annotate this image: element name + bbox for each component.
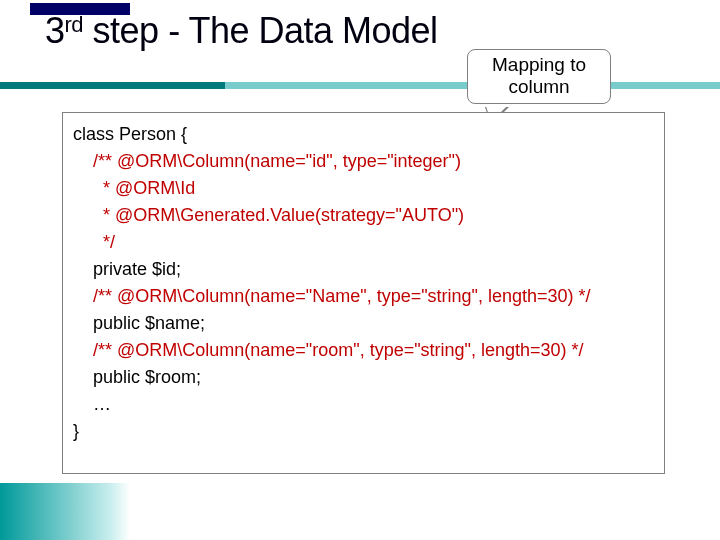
code-line: */: [73, 229, 654, 256]
title-prefix: 3: [45, 10, 65, 51]
slide: 3rd step - The Data Model Mapping to col…: [0, 0, 720, 540]
code-line: * @ORM\Generated.Value(strategy="AUTO"): [73, 202, 654, 229]
callout-line2: column: [474, 76, 604, 98]
title-rest: step - The Data Model: [83, 10, 438, 51]
code-line: public $room;: [73, 364, 654, 391]
footer-gradient: [0, 483, 130, 540]
code-line: public $name;: [73, 310, 654, 337]
title-super: rd: [65, 12, 84, 37]
code-line: /** @ORM\Column(name="id", type="integer…: [73, 148, 654, 175]
callout-line1: Mapping to: [474, 54, 604, 76]
slide-title: 3rd step - The Data Model: [45, 10, 438, 52]
code-line: /** @ORM\Column(name="room", type="strin…: [73, 337, 654, 364]
code-line: }: [73, 418, 654, 445]
code-line: /** @ORM\Column(name="Name", type="strin…: [73, 283, 654, 310]
code-line: …: [73, 391, 654, 418]
code-line: * @ORM\Id: [73, 175, 654, 202]
code-line: private $id;: [73, 256, 654, 283]
code-block: class Person { /** @ORM\Column(name="id"…: [62, 112, 665, 474]
callout-mapping: Mapping to column: [467, 49, 611, 104]
code-line: class Person {: [73, 121, 654, 148]
title-underline: [0, 82, 720, 89]
